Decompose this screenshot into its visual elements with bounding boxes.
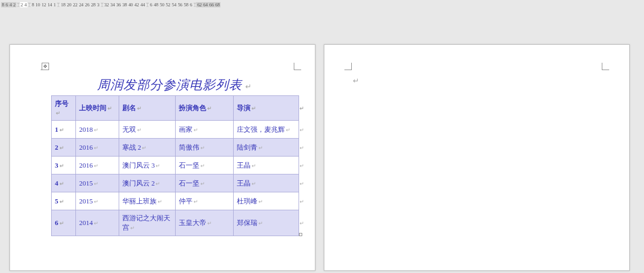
cell-director[interactable]: 王晶↵↵ bbox=[234, 157, 299, 174]
cell-director[interactable]: 郑保瑞↵↵ bbox=[234, 210, 299, 236]
cell-role[interactable]: 石一坚↵ bbox=[175, 157, 234, 174]
cell-year[interactable]: 2014↵ bbox=[76, 210, 119, 236]
table-row: 1↵ 2018↵ 无双↵ 画家↵ 庄文强，麦兆辉↵↵ bbox=[52, 121, 299, 139]
margin-mark-icon bbox=[602, 63, 609, 70]
cell-year[interactable]: 2016↵ bbox=[76, 139, 119, 157]
movie-table[interactable]: 序号↵ 上映时间↵ 剧名↵ 扮演角色↵ 导演↵↵ 1↵ 2018↵ 无双↵ 画家… bbox=[51, 95, 299, 236]
table-row: 3↵ 2016↵ 澳门风云 3↵ 石一坚↵ 王晶↵↵ bbox=[52, 157, 299, 174]
cell-role[interactable]: 简傲伟↵ bbox=[175, 139, 234, 157]
header-cell[interactable]: 上映时间↵ bbox=[76, 96, 119, 121]
cell-director[interactable]: 陆剑青↵↵ bbox=[234, 139, 299, 157]
cell-index[interactable]: 6↵ bbox=[52, 210, 76, 236]
cell-name[interactable]: 西游记之大闹天宫↵ bbox=[119, 210, 175, 236]
header-cell[interactable]: 剧名↵ bbox=[119, 96, 175, 121]
paragraph-mark-icon: ↵ bbox=[245, 83, 252, 91]
tab-marker-icon: ⌶ bbox=[100, 2, 104, 7]
cell-role[interactable]: 仲平↵ bbox=[175, 192, 234, 210]
table-row: 2↵ 2016↵ 寒战 2↵ 简傲伟↵ 陆剑青↵↵ bbox=[52, 139, 299, 157]
tab-marker-icon: ⌶ bbox=[16, 2, 20, 7]
tab-marker-icon: ⌶ bbox=[193, 2, 197, 7]
horizontal-ruler[interactable]: 8642 ⌶ 24 ⌶ 81012141 ⌶ 1820222426283 ⌶ 3… bbox=[0, 0, 644, 9]
paragraph-mark-icon: ↵ bbox=[353, 76, 359, 85]
margin-mark-icon bbox=[344, 63, 352, 70]
tab-marker-icon: ⌶ bbox=[27, 2, 31, 7]
cell-year[interactable]: 2015↵ bbox=[76, 192, 119, 210]
table-row: 6↵ 2014↵ 西游记之大闹天宫↵ 玉皇大帝↵ 郑保瑞↵↵ bbox=[52, 210, 299, 236]
table-row: 4↵ 2015↵ 澳门风云 2↵ 石一坚↵ 王晶↵↵ bbox=[52, 174, 299, 192]
table-row: 5↵ 2015↵ 华丽上班族↵ 仲平↵ 杜琪峰↵↵ bbox=[52, 192, 299, 210]
cell-name[interactable]: 无双↵ bbox=[119, 121, 175, 139]
cell-name[interactable]: 澳门风云 3↵ bbox=[119, 157, 175, 174]
tab-marker-icon: ⌶ bbox=[56, 2, 60, 7]
document-workspace: 周润发部分参演电影列表↵ 序号↵ 上映时间↵ 剧名↵ 扮演角色↵ 导演↵↵ 1↵… bbox=[0, 9, 644, 273]
page-1[interactable]: 周润发部分参演电影列表↵ 序号↵ 上映时间↵ 剧名↵ 扮演角色↵ 导演↵↵ 1↵… bbox=[9, 44, 315, 271]
cell-name[interactable]: 寒战 2↵ bbox=[119, 139, 175, 157]
cell-index[interactable]: 2↵ bbox=[52, 139, 76, 157]
cell-index[interactable]: 3↵ bbox=[52, 157, 76, 174]
cell-year[interactable]: 2015↵ bbox=[76, 174, 119, 192]
cell-director[interactable]: 杜琪峰↵↵ bbox=[234, 192, 299, 210]
table-resize-handle-icon[interactable] bbox=[299, 233, 302, 236]
cell-name[interactable]: 华丽上班族↵ bbox=[119, 192, 175, 210]
margin-mark-icon bbox=[294, 63, 301, 70]
tab-marker-icon: ⌶ bbox=[146, 2, 149, 7]
page-2[interactable]: ↵ bbox=[324, 44, 630, 271]
cell-role[interactable]: 画家↵ bbox=[175, 121, 234, 139]
cell-index[interactable]: 4↵ bbox=[52, 174, 76, 192]
header-cell[interactable]: 导演↵↵ bbox=[234, 96, 299, 121]
cell-index[interactable]: 5↵ bbox=[52, 192, 76, 210]
cell-role[interactable]: 玉皇大帝↵ bbox=[175, 210, 234, 236]
cell-director[interactable]: 庄文强，麦兆辉↵↵ bbox=[234, 121, 299, 139]
table-move-handle-icon[interactable] bbox=[42, 63, 49, 70]
title-text: 周润发部分参演电影列表 bbox=[97, 78, 242, 92]
table-header-row: 序号↵ 上映时间↵ 剧名↵ 扮演角色↵ 导演↵↵ bbox=[52, 96, 299, 121]
document-title[interactable]: 周润发部分参演电影列表↵ bbox=[51, 76, 298, 93]
cell-director[interactable]: 王晶↵↵ bbox=[234, 174, 299, 192]
cell-index[interactable]: 1↵ bbox=[52, 121, 76, 139]
cell-name[interactable]: 澳门风云 2↵ bbox=[119, 174, 175, 192]
cell-year[interactable]: 2018↵ bbox=[76, 121, 119, 139]
header-cell[interactable]: 序号↵ bbox=[52, 96, 76, 121]
cell-role[interactable]: 石一坚↵ bbox=[175, 174, 234, 192]
header-cell[interactable]: 扮演角色↵ bbox=[175, 96, 234, 121]
cell-year[interactable]: 2016↵ bbox=[76, 157, 119, 174]
